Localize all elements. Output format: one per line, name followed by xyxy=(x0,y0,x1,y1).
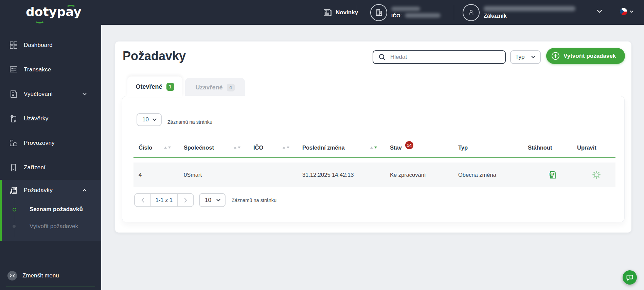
submenu-item-label: Vytvořit požadavek xyxy=(30,223,78,230)
tab-closed-label: Uzavřené xyxy=(195,84,222,91)
create-request-label: Vytvořit požadavek xyxy=(564,53,616,59)
sidebar-item-label: Vyúčtování xyxy=(24,91,53,98)
cell-spolecnost: 0Smart xyxy=(184,172,253,178)
type-filter-select[interactable]: Typ xyxy=(510,50,541,64)
submenu-item-seznam-pozadavku[interactable]: Seznam požadavků xyxy=(2,201,101,218)
redacted-company-name xyxy=(391,7,420,11)
account-selector[interactable]: Zákazník xyxy=(463,0,575,25)
sidebar-item-pozadavky[interactable]: Požadavky xyxy=(2,180,101,201)
submenu-item-vytvorit-pozadavek[interactable]: Vytvořit požadavek xyxy=(2,218,101,235)
column-header-typ: Typ xyxy=(458,144,528,151)
collapse-menu-button[interactable]: Zmenšit menu xyxy=(0,268,101,283)
app-root: dotypay Novinky xyxy=(0,0,644,290)
sidebar-item-uzaverky[interactable]: Uzávěrky xyxy=(0,106,101,131)
novinky-label: Novinky xyxy=(336,9,358,16)
cell-posledni-zmena: 31.12.2025 14:42:13 xyxy=(302,172,390,178)
closures-icon xyxy=(9,114,18,123)
tab-open-label: Otevřené xyxy=(136,83,162,90)
transactions-icon xyxy=(9,65,18,74)
create-request-button[interactable]: Vytvořit požadavek xyxy=(546,48,625,64)
cell-cislo: 4 xyxy=(133,172,184,178)
account-role-label: Zákazník xyxy=(484,13,575,19)
column-header-spolecnost[interactable]: Společnost xyxy=(184,144,253,151)
devices-icon xyxy=(9,163,18,172)
language-selector[interactable] xyxy=(620,7,634,16)
building-icon xyxy=(370,4,387,21)
czech-flag-icon xyxy=(620,7,628,16)
submenu-item-label: Seznam požadavků xyxy=(30,206,83,213)
redacted-account-email xyxy=(484,6,575,11)
tab-closed-badge: 4 xyxy=(227,84,235,91)
logo-green-arc-over-a xyxy=(66,5,76,11)
header-divider xyxy=(454,5,454,20)
sidebar-item-label: Transakce xyxy=(24,66,51,73)
active-dot xyxy=(13,208,16,211)
sidebar-item-label: Dashboard xyxy=(24,42,53,49)
chat-bubble-icon xyxy=(626,274,633,281)
chat-widget-button[interactable] xyxy=(623,270,637,285)
pagination-next-button[interactable] xyxy=(178,194,193,206)
sidebar-item-label: Požadavky xyxy=(24,187,53,194)
requests-table-panel: 10 Záznamů na stránku Číslo Společnost I… xyxy=(122,96,624,222)
tab-open[interactable]: Otevřené 1 xyxy=(127,76,182,97)
chevron-down-icon xyxy=(152,118,157,121)
tab-open-badge: 1 xyxy=(166,83,174,91)
sort-icons-active-desc[interactable] xyxy=(370,147,377,149)
type-filter-label: Typ xyxy=(515,54,524,61)
chevron-left-icon xyxy=(141,198,145,203)
column-header-ico[interactable]: IČO xyxy=(253,144,302,151)
page-size-label-top: Záznamů na stránku xyxy=(167,119,212,125)
dashboard-grid-icon xyxy=(9,41,18,50)
account-chevron-down-icon[interactable] xyxy=(596,9,603,15)
sidebar-item-dashboard[interactable]: Dashboard xyxy=(0,33,101,57)
sidebar-active-section: Požadavky Seznam požadavků Vytvořit poža… xyxy=(0,180,101,241)
svg-text:PDF: PDF xyxy=(549,173,553,175)
collapse-menu-label: Zmenšit menu xyxy=(22,272,59,279)
column-header-cislo[interactable]: Číslo xyxy=(133,144,184,151)
sidebar-nav: Dashboard Transakce Vyúčtování xyxy=(0,33,101,241)
sidebar-item-vyuctovani[interactable]: Vyúčtování xyxy=(0,82,101,106)
page-size-select-bottom[interactable]: 10 xyxy=(199,193,226,207)
page-size-select-top[interactable]: 10 xyxy=(137,113,162,126)
sidebar-item-label: Zařízení xyxy=(24,164,46,171)
sidebar-item-label: Uzávěrky xyxy=(24,115,48,122)
search-icon xyxy=(378,53,386,61)
column-header-posledni-zmena[interactable]: Poslední změna xyxy=(302,144,390,151)
sort-icons[interactable] xyxy=(283,147,289,149)
page-size-value: 10 xyxy=(205,197,211,204)
search-box xyxy=(373,50,506,64)
cell-stav: Ke zpracování xyxy=(390,172,458,178)
sort-icons[interactable] xyxy=(234,147,240,149)
gear-icon xyxy=(591,170,602,180)
sidebar-item-provozovny[interactable]: Provozovny xyxy=(0,131,101,155)
pagination: 1-1 z 1 xyxy=(134,193,194,207)
novinky-link[interactable]: Novinky xyxy=(323,0,358,25)
search-input[interactable] xyxy=(390,53,505,61)
column-header-stav: Stav 14 xyxy=(390,143,458,152)
edit-request-button[interactable] xyxy=(577,170,615,180)
dotypay-logo[interactable]: dotypay xyxy=(26,5,84,20)
column-header-upravit: Upravit xyxy=(577,144,615,151)
sort-icons[interactable] xyxy=(164,147,171,149)
pagination-range: 1-1 z 1 xyxy=(150,194,178,206)
sidebar: Dashboard Transakce Vyúčtování xyxy=(0,25,101,290)
sidebar-item-zarizeni[interactable]: Zařízení xyxy=(0,155,101,180)
chevron-right-icon xyxy=(184,198,187,203)
logo-green-arc-under-o xyxy=(35,17,45,23)
download-pdf-button[interactable]: PDF xyxy=(528,170,577,180)
pagination-prev-button[interactable] xyxy=(135,194,150,206)
inactive-dot xyxy=(13,225,16,228)
sidebar-item-transakce[interactable]: Transakce xyxy=(0,57,101,82)
ico-label: IČO: xyxy=(391,13,402,18)
requests-icon xyxy=(9,186,18,195)
page-size-label-bottom: Záznamů na stránku xyxy=(232,198,276,203)
chevron-up-icon xyxy=(82,187,87,194)
tab-closed[interactable]: Uzavřené 4 xyxy=(185,78,245,97)
billing-icon xyxy=(9,90,18,99)
column-header-stahnout: Stáhnout xyxy=(528,144,577,151)
pdf-file-icon: PDF xyxy=(548,170,557,180)
requests-submenu: Seznam požadavků Vytvořit požadavek xyxy=(2,201,101,235)
company-selector[interactable]: IČO: xyxy=(370,0,441,25)
page-title: Požadavky xyxy=(123,49,186,63)
header-divider xyxy=(357,5,357,20)
